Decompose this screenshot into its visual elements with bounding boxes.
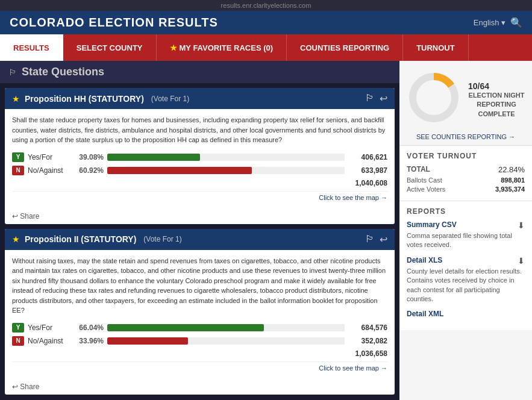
report-xls-row: Detail XLS ⬇ [407,256,525,266]
prop-card-ii: ★ Proposition II (STATUTORY) (Vote For 1… [5,229,395,395]
share-icon-label-hh: ↩ [12,212,18,220]
prop-hh-icons: 🏳 ↩ [365,93,387,104]
vote-count-hh-yes: 406,621 [348,153,387,161]
nav-counties-reporting[interactable]: COUNTIES REPORTING [287,34,403,61]
total-row-ii: 1,036,658 [12,349,387,358]
active-voters-label: Active Voters [407,186,445,193]
vote-row-ii-no: N No/Against 33.96% 352,082 [12,336,387,346]
prop-hh-title: ★ Proposition HH (STATUTORY) (Vote For 1… [12,94,189,104]
section-header: 🏳 State Questions [0,61,399,83]
prop-ii-icons: 🏳 ↩ [365,234,387,245]
donut-section: 10/64 ELECTION NIGHT REPORTING COMPLETE … [399,61,532,145]
prop-hh-description: Shall the state reduce property taxes fo… [12,115,387,145]
share-icon-hh[interactable]: ↩ [380,93,387,104]
see-counties-link[interactable]: SEE COUNTIES REPORTING → [416,133,515,140]
prop-hh-name: Proposition HH (STATUTORY) [25,94,144,104]
vote-label-hh-yes: Yes/For [28,153,70,161]
reports-section: REPORTS Summary CSV ⬇ Comma separated fi… [399,201,532,330]
share-row-hh[interactable]: ↩ Share [5,210,395,224]
badge-yes-ii: Y [12,323,24,333]
report-csv-desc: Comma separated file showing total votes… [407,231,525,250]
prop-ii-description: Without raising taxes, may the state ret… [12,256,387,316]
vote-bar-container-hh-no [107,167,345,174]
report-csv-title[interactable]: Summary CSV [407,220,457,229]
vote-bar-container-hh-yes [107,154,345,161]
nav-bar: RESULTS SELECT COUNTY ★ MY FAVORITE RACE… [0,34,532,61]
flag-icon-ii[interactable]: 🏳 [365,234,375,245]
main-layout: 🏳 State Questions ★ Proposition HH (STAT… [0,61,532,400]
star-icon: ★ [170,43,177,52]
map-link-hh[interactable]: Click to see the map → [12,191,387,204]
vote-count-ii-no: 352,082 [348,337,387,345]
vote-bar-ii-yes [107,324,264,331]
report-xls-title[interactable]: Detail XLS [407,256,442,264]
active-voters-value: 3,935,374 [495,186,525,193]
section-title: State Questions [22,66,104,78]
flag-icon-hh[interactable]: 🏳 [365,93,375,104]
report-xml-row: Detail XML [407,310,525,318]
vote-bar-hh-yes [107,154,200,161]
vote-bar-hh-no [107,167,252,174]
prop-card-hh: ★ Proposition HH (STATUTORY) (Vote For 1… [5,88,395,224]
nav-favorites[interactable]: ★ MY FAVORITE RACES (0) [157,34,287,61]
prop-ii-name: Proposition II (STATUTORY) [25,234,136,244]
reporting-fraction: 10/64 [468,81,525,91]
voter-turnout-title: VOTER TURNOUT [407,152,525,160]
vote-count-ii-yes: 684,576 [348,323,387,332]
share-icon-label-ii: ↩ [12,383,18,391]
turnout-total-label: TOTAL [407,165,430,174]
vote-bar-ii-no [107,337,188,345]
vote-row-hh-no: N No/Against 60.92% 633,987 [12,166,387,175]
vote-bar-container-ii-no [107,337,345,345]
vote-label-hh-no: No/Against [28,166,70,175]
vote-pct-ii-no: 33.96% [74,337,104,345]
top-bar: COLORADO ELECTION RESULTS English ▾ 🔍 [0,11,532,34]
flag-icon: 🏳 [8,67,17,77]
left-content: 🏳 State Questions ★ Proposition HH (STAT… [0,61,399,400]
report-item-xml: Detail XML [407,310,525,318]
language-selector[interactable]: English ▾ [474,18,505,27]
donut-chart [407,70,461,125]
search-icon[interactable]: 🔍 [510,17,522,28]
turnout-total-row: TOTAL 22.84% [407,165,525,174]
report-item-csv: Summary CSV ⬇ Comma separated file showi… [407,220,525,250]
vote-label-ii-yes: Yes/For [28,323,70,332]
download-icon-xls[interactable]: ⬇ [518,256,525,266]
nav-turnout[interactable]: TURNOUT [403,34,469,61]
vote-row-ii-yes: Y Yes/For 66.04% 684,576 [12,323,387,333]
report-xls-desc: County level details for election result… [407,267,525,304]
ballots-cast-label: Ballots Cast [407,177,442,184]
voter-turnout-section: VOTER TURNOUT TOTAL 22.84% Ballots Cast … [399,145,532,201]
report-csv-row: Summary CSV ⬇ [407,220,525,230]
map-link-ii[interactable]: Click to see the map → [12,361,387,374]
reporting-label: ELECTION NIGHT REPORTING COMPLETE [468,91,525,119]
prop-ii-header: ★ Proposition II (STATUTORY) (Vote For 1… [5,229,395,250]
vote-pct-hh-no: 60.92% [74,166,104,175]
report-item-xls: Detail XLS ⬇ County level details for el… [407,256,525,304]
share-icon-ii[interactable]: ↩ [380,234,387,245]
prop-ii-vote-for: (Vote For 1) [143,235,181,243]
vote-pct-ii-yes: 66.04% [74,323,104,332]
download-icon-csv[interactable]: ⬇ [518,220,525,230]
nav-results[interactable]: RESULTS [0,34,63,61]
report-xml-title[interactable]: Detail XML [407,310,443,318]
total-row-hh: 1,040,608 [12,179,387,187]
nav-select-county[interactable]: SELECT COUNTY [63,34,157,61]
prop-ii-title: ★ Proposition II (STATUTORY) (Vote For 1… [12,234,182,244]
badge-yes-hh: Y [12,152,24,162]
share-row-ii[interactable]: ↩ Share [5,380,395,395]
prop-hh-header: ★ Proposition HH (STATUTORY) (Vote For 1… [5,88,395,109]
total-count-hh: 1,040,608 [355,179,387,187]
ballots-cast-row: Ballots Cast 898,801 [407,177,525,184]
vote-pct-hh-yes: 39.08% [74,153,104,161]
vote-bar-container-ii-yes [107,324,345,331]
prop-ii-star[interactable]: ★ [12,234,20,244]
turnout-pct: 22.84% [498,165,525,174]
badge-no-hh: N [12,166,24,175]
vote-label-ii-no: No/Against [28,337,70,345]
top-bar-right: English ▾ 🔍 [474,17,522,28]
app-title: COLORADO ELECTION RESULTS [10,16,218,30]
right-sidebar: 10/64 ELECTION NIGHT REPORTING COMPLETE … [399,61,532,400]
prop-hh-body: Shall the state reduce property taxes fo… [5,109,395,210]
prop-hh-star[interactable]: ★ [12,94,20,104]
